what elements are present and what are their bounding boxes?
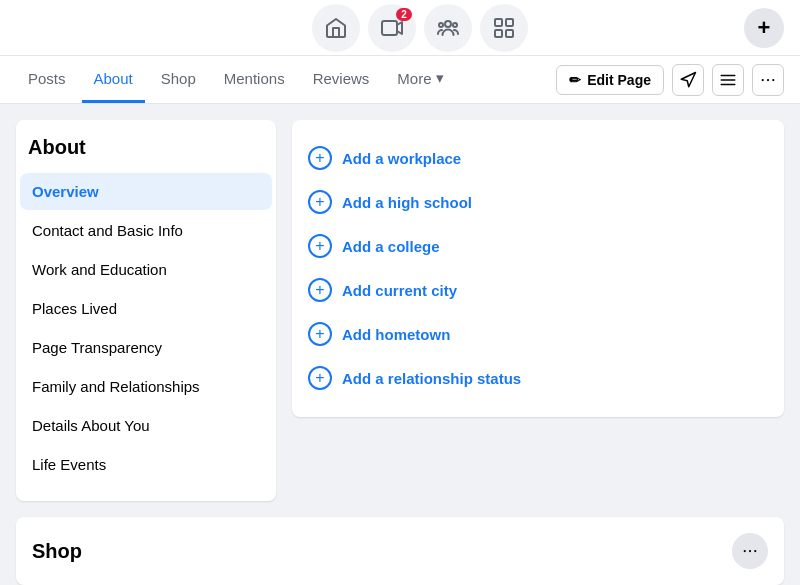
add-relationship-label: Add a relationship status bbox=[342, 370, 521, 387]
megaphone-button[interactable] bbox=[672, 64, 704, 96]
add-workplace-item[interactable]: + Add a workplace bbox=[308, 136, 768, 180]
tab-mentions[interactable]: Mentions bbox=[212, 56, 297, 103]
groups-icon bbox=[436, 16, 460, 40]
svg-point-15 bbox=[744, 550, 746, 552]
add-college-icon: + bbox=[308, 234, 332, 258]
add-button[interactable]: + bbox=[744, 8, 784, 48]
sidebar-item-events[interactable]: Life Events bbox=[20, 446, 272, 483]
shop-more-button[interactable] bbox=[732, 533, 768, 569]
add-relationship-icon: + bbox=[308, 366, 332, 390]
svg-point-12 bbox=[762, 78, 764, 80]
add-hometown-label: Add hometown bbox=[342, 326, 450, 343]
tab-more[interactable]: More ▾ bbox=[385, 56, 455, 103]
sidebar-item-places[interactable]: Places Lived bbox=[20, 290, 272, 327]
svg-point-16 bbox=[749, 550, 751, 552]
svg-point-14 bbox=[772, 78, 774, 80]
add-college-label: Add a college bbox=[342, 238, 440, 255]
sidebar-item-work[interactable]: Work and Education bbox=[20, 251, 272, 288]
svg-rect-6 bbox=[506, 19, 513, 26]
sidebar-item-family[interactable]: Family and Relationships bbox=[20, 368, 272, 405]
sidebar-item-overview[interactable]: Overview bbox=[20, 173, 272, 210]
svg-point-2 bbox=[445, 21, 451, 27]
add-currentcity-item[interactable]: + Add current city bbox=[308, 268, 768, 312]
add-highschool-item[interactable]: + Add a high school bbox=[308, 180, 768, 224]
tab-about[interactable]: About bbox=[82, 56, 145, 103]
shop-section: Shop bbox=[16, 517, 784, 585]
add-college-item[interactable]: + Add a college bbox=[308, 224, 768, 268]
add-currentcity-icon: + bbox=[308, 278, 332, 302]
edit-page-label: Edit Page bbox=[587, 72, 651, 88]
add-workplace-icon: + bbox=[308, 146, 332, 170]
main-content: About Overview Contact and Basic Info Wo… bbox=[0, 104, 800, 585]
nav-center-icons: 2 bbox=[312, 4, 528, 52]
chevron-down-icon: ▾ bbox=[436, 69, 444, 87]
video-badge: 2 bbox=[396, 8, 412, 21]
add-currentcity-label: Add current city bbox=[342, 282, 457, 299]
tab-reviews[interactable]: Reviews bbox=[301, 56, 382, 103]
edit-page-button[interactable]: ✏ Edit Page bbox=[556, 65, 664, 95]
content-area: About Overview Contact and Basic Info Wo… bbox=[16, 120, 784, 501]
tab-more-label: More bbox=[397, 70, 431, 87]
svg-rect-0 bbox=[382, 21, 397, 35]
svg-point-13 bbox=[767, 78, 769, 80]
tab-posts[interactable]: Posts bbox=[16, 56, 78, 103]
svg-point-3 bbox=[439, 23, 443, 27]
groups-nav-button[interactable] bbox=[424, 4, 472, 52]
menu-grid-icon bbox=[492, 16, 516, 40]
tab-shop[interactable]: Shop bbox=[149, 56, 208, 103]
tools-icon bbox=[719, 71, 737, 89]
page-navigation: Posts About Shop Mentions Reviews More ▾… bbox=[0, 56, 800, 104]
tools-button[interactable] bbox=[712, 64, 744, 96]
home-icon bbox=[324, 16, 348, 40]
sidebar-item-contact[interactable]: Contact and Basic Info bbox=[20, 212, 272, 249]
shop-ellipsis-icon bbox=[741, 542, 759, 560]
pencil-icon: ✏ bbox=[569, 72, 581, 88]
about-sidebar: About Overview Contact and Basic Info Wo… bbox=[16, 120, 276, 501]
add-highschool-label: Add a high school bbox=[342, 194, 472, 211]
sidebar-item-transparency[interactable]: Page Transparency bbox=[20, 329, 272, 366]
add-workplace-label: Add a workplace bbox=[342, 150, 461, 167]
add-relationship-item[interactable]: + Add a relationship status bbox=[308, 356, 768, 401]
page-actions: ✏ Edit Page bbox=[556, 64, 784, 96]
svg-point-4 bbox=[453, 23, 457, 27]
megaphone-icon bbox=[679, 71, 697, 89]
add-hometown-icon: + bbox=[308, 322, 332, 346]
svg-rect-7 bbox=[495, 30, 502, 37]
shop-title: Shop bbox=[32, 540, 82, 563]
nav-right-actions: + bbox=[744, 8, 784, 48]
svg-point-17 bbox=[754, 550, 756, 552]
add-highschool-icon: + bbox=[308, 190, 332, 214]
page-tabs: Posts About Shop Mentions Reviews More ▾ bbox=[16, 56, 456, 103]
home-nav-button[interactable] bbox=[312, 4, 360, 52]
add-hometown-item[interactable]: + Add hometown bbox=[308, 312, 768, 356]
sidebar-item-details[interactable]: Details About You bbox=[20, 407, 272, 444]
menu-nav-button[interactable] bbox=[480, 4, 528, 52]
top-navigation: 2 + bbox=[0, 0, 800, 56]
svg-marker-1 bbox=[397, 22, 402, 34]
svg-rect-5 bbox=[495, 19, 502, 26]
sidebar-title: About bbox=[16, 136, 276, 171]
svg-rect-8 bbox=[506, 30, 513, 37]
ellipsis-icon bbox=[759, 71, 777, 89]
more-actions-button[interactable] bbox=[752, 64, 784, 96]
info-panel: + Add a workplace + Add a high school + … bbox=[292, 120, 784, 417]
video-nav-button[interactable]: 2 bbox=[368, 4, 416, 52]
